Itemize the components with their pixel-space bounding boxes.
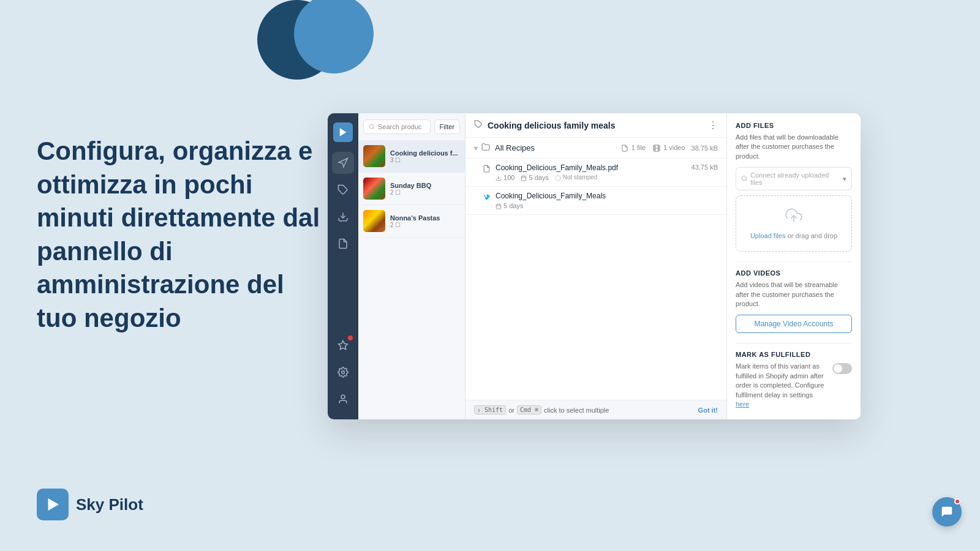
sidebar bbox=[328, 113, 358, 419]
search-input-wrap[interactable]: Search produc bbox=[363, 119, 431, 134]
sidebar-item-account[interactable] bbox=[332, 388, 354, 410]
folder-row[interactable]: ▾ All Recipes 1 file 1 vide bbox=[466, 138, 726, 159]
svg-point-7 bbox=[341, 395, 345, 399]
product-name: Nonna's Pastas bbox=[390, 214, 460, 222]
upload-text: Upload files or drag and drop bbox=[742, 231, 845, 240]
hero-text-area: Configura, organizza e ottimizza in poch… bbox=[37, 135, 331, 335]
hero-headline: Configura, organizza e ottimizza in poch… bbox=[37, 135, 331, 335]
pdf-file-icon bbox=[483, 165, 491, 174]
decorative-circles bbox=[257, 0, 380, 98]
svg-rect-25 bbox=[496, 204, 501, 209]
app-window: Search produc Filter Cooking delicious f… bbox=[328, 113, 861, 419]
calendar-icon: 5 days bbox=[521, 174, 548, 181]
add-videos-desc: Add videos that will be streamable after… bbox=[736, 280, 852, 309]
fulfilled-desc: Mark items of this variant as fulfilled … bbox=[736, 362, 826, 409]
logo-icon bbox=[37, 489, 69, 520]
sidebar-item-downloads[interactable] bbox=[332, 206, 354, 228]
products-panel: Search produc Filter Cooking delicious f… bbox=[358, 113, 466, 419]
folder-icon bbox=[481, 143, 490, 153]
svg-marker-1 bbox=[340, 128, 347, 137]
sidebar-logo[interactable] bbox=[333, 122, 353, 142]
svg-rect-20 bbox=[522, 176, 527, 181]
chat-bubble[interactable] bbox=[932, 497, 962, 527]
search-icon bbox=[741, 175, 748, 183]
expand-arrow-icon[interactable]: ▾ bbox=[474, 144, 478, 152]
svg-line-30 bbox=[746, 179, 747, 181]
filter-button[interactable]: Filter bbox=[434, 119, 460, 134]
cmd-key: Cmd ⌘ bbox=[517, 405, 541, 414]
fulfilled-toggle-row: Mark items of this variant as fulfilled … bbox=[736, 362, 852, 415]
svg-marker-2 bbox=[339, 159, 347, 167]
got-it-button[interactable]: Got it! bbox=[698, 407, 718, 414]
content-panel: Cooking delicious family meals ⋮ ▾ All R… bbox=[466, 113, 727, 419]
stamp-status: Not stamped bbox=[555, 174, 597, 181]
file-size-pdf: 43.75 kB bbox=[692, 163, 718, 171]
sidebar-item-magic[interactable] bbox=[332, 334, 354, 356]
logo-area: Sky Pilot bbox=[37, 489, 143, 520]
svg-point-29 bbox=[742, 176, 746, 180]
file-info-pdf: Cooking_Delicious_Family_Meals.pdf 100 5… bbox=[496, 163, 692, 181]
download-icon: 100 bbox=[496, 174, 514, 181]
product-name: Sunday BBQ bbox=[390, 182, 460, 189]
add-files-desc: Add files that will be downloadable afte… bbox=[736, 133, 852, 161]
svg-marker-0 bbox=[48, 498, 59, 511]
upload-icon bbox=[742, 207, 845, 228]
product-name: Cooking delicious f... bbox=[390, 149, 460, 157]
file-row-vimeo[interactable]: Cooking_Delicious_Family_Meals 5 days bbox=[466, 187, 726, 215]
folder-size: 38.75 kB bbox=[692, 144, 718, 152]
divider-2 bbox=[736, 343, 852, 343]
drag-drop-text: or drag and drop bbox=[788, 232, 837, 239]
product-item[interactable]: Sunday BBQ 2 ☐ bbox=[358, 173, 465, 205]
folder-name: All Recipes bbox=[495, 143, 535, 152]
sidebar-item-navigate[interactable] bbox=[332, 152, 354, 174]
chat-notification-dot bbox=[954, 498, 960, 504]
connect-files-input[interactable]: Connect already uploaded files ▾ bbox=[736, 167, 852, 190]
svg-marker-5 bbox=[339, 341, 348, 350]
search-placeholder: Search produc bbox=[378, 123, 422, 130]
product-item[interactable]: Cooking delicious f... 3 ☐ bbox=[358, 140, 465, 173]
product-icon bbox=[474, 120, 483, 130]
product-info: Sunday BBQ 2 ☐ bbox=[390, 182, 460, 196]
right-panel: ADD FILES Add files that will be downloa… bbox=[727, 113, 861, 419]
logo-name: Sky Pilot bbox=[76, 495, 143, 514]
product-count: 2 ☐ bbox=[390, 189, 460, 196]
file-name-vimeo: Cooking_Delicious_Family_Meals bbox=[496, 192, 718, 200]
add-files-section: ADD FILES Add files that will be downloa… bbox=[736, 122, 852, 252]
content-title: Cooking delicious family meals bbox=[488, 121, 703, 130]
bottom-bar: ⇧ Shift or Cmd ⌘ click to select multipl… bbox=[466, 400, 726, 419]
more-options-icon[interactable]: ⋮ bbox=[708, 119, 718, 131]
video-count: 1 video bbox=[653, 144, 685, 152]
sidebar-item-settings[interactable] bbox=[332, 361, 354, 383]
fulfilled-toggle[interactable] bbox=[832, 363, 852, 374]
svg-point-6 bbox=[342, 371, 345, 374]
mark-fulfilled-section: MARK AS FULFILLED Mark items of this var… bbox=[736, 351, 852, 415]
svg-point-24 bbox=[556, 176, 560, 181]
product-thumbnail bbox=[363, 210, 385, 232]
upload-area[interactable]: Upload files or drag and drop bbox=[736, 195, 852, 252]
product-info: Cooking delicious f... 3 ☐ bbox=[390, 149, 460, 163]
add-files-title: ADD FILES bbox=[736, 122, 852, 129]
add-videos-section: ADD VIDEOS Add videos that will be strea… bbox=[736, 269, 852, 333]
product-info: Nonna's Pastas 2 ☐ bbox=[390, 214, 460, 228]
file-row-pdf[interactable]: Cooking_Delicious_Family_Meals.pdf 100 5… bbox=[466, 159, 726, 187]
file-count: 1 file bbox=[621, 144, 646, 152]
manage-video-accounts-button[interactable]: Manage Video Accounts bbox=[736, 315, 852, 333]
fulfilled-toggle-info: Mark items of this variant as fulfilled … bbox=[736, 362, 826, 415]
here-link[interactable]: here bbox=[736, 400, 749, 408]
chevron-down-icon: ▾ bbox=[843, 175, 846, 183]
vimeo-icon bbox=[483, 193, 491, 203]
divider bbox=[736, 261, 852, 262]
svg-point-8 bbox=[369, 124, 374, 129]
product-item[interactable]: Nonna's Pastas 2 ☐ bbox=[358, 205, 465, 238]
upload-files-link[interactable]: Upload files bbox=[750, 232, 785, 239]
product-count: 2 ☐ bbox=[390, 222, 460, 228]
shift-key: ⇧ Shift bbox=[474, 405, 506, 414]
content-header: Cooking delicious family meals ⋮ bbox=[466, 113, 726, 138]
instruction-text: click to select multiple bbox=[544, 407, 609, 414]
add-videos-title: ADD VIDEOS bbox=[736, 269, 852, 277]
sidebar-item-tags[interactable] bbox=[332, 179, 354, 201]
file-name-pdf: Cooking_Delicious_Family_Meals.pdf bbox=[496, 163, 692, 172]
magic-badge bbox=[348, 335, 353, 340]
sidebar-item-files[interactable] bbox=[332, 233, 354, 255]
folder-stats: 1 file 1 video bbox=[621, 144, 685, 152]
